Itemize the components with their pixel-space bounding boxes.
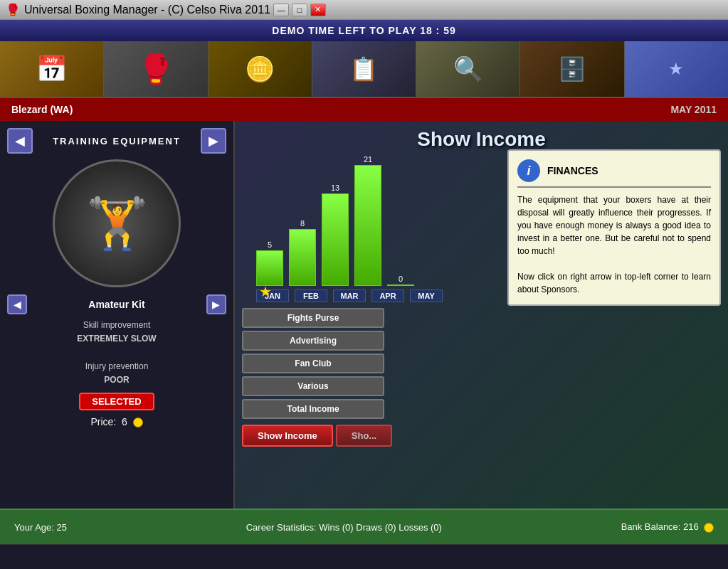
- month-feb: FEB: [295, 289, 327, 302]
- bar-jan-bar: [256, 250, 283, 286]
- info-header: i FINANCES: [517, 159, 711, 188]
- equipment-nav: ◀ TRAINING EQUIPMENT ▶: [7, 128, 226, 154]
- info-title: FINANCES: [547, 165, 598, 176]
- bar-mar-bar: [322, 193, 349, 286]
- title-text: Universal Boxing Manager - (C) Celso Riv…: [24, 4, 270, 16]
- item-nav: ◀ Amateur Kit ▶: [7, 294, 226, 314]
- bottom-bar: [0, 544, 728, 569]
- nav-cell-gold[interactable]: 🪙: [209, 41, 312, 97]
- month-mar: MAR: [333, 289, 366, 302]
- bar-apr-value: 21: [364, 155, 372, 164]
- title-bar: 🥊 Universal Boxing Manager - (C) Celso R…: [0, 0, 728, 20]
- various-btn[interactable]: Various: [242, 376, 384, 396]
- equipment-next-arrow[interactable]: ▶: [201, 128, 226, 154]
- nav-cell-calendar[interactable]: 📅: [0, 41, 104, 97]
- bar-mar: 13: [322, 184, 349, 286]
- advertising-btn[interactable]: Advertising: [242, 331, 384, 351]
- equipment-emoji: 🏋️: [86, 194, 148, 252]
- info-body: The equipment that your boxers have at t…: [517, 193, 711, 296]
- nav-cell-search[interactable]: 🔍: [416, 41, 520, 97]
- status-bar: Your Age: 25 Career Statistics: Wins (0)…: [0, 509, 728, 544]
- fights-purse-btn[interactable]: Fights Purse: [242, 308, 384, 328]
- equipment-title: TRAINING EQUIPMENT: [53, 136, 181, 147]
- location-name: Blezard (WA): [11, 104, 73, 115]
- total-income-btn[interactable]: Total Income: [242, 399, 384, 419]
- bar-apr: 21: [354, 155, 381, 286]
- income-buttons: Fights Purse Advertising Fan Club Variou…: [242, 308, 399, 419]
- equipment-prev-arrow[interactable]: ◀: [7, 128, 33, 154]
- injury-rating: POOR: [104, 375, 129, 385]
- nav-row: 📅 🥊 🪙 📋 🔍 🗄️ ★: [0, 41, 728, 98]
- injury-prevention-label: Injury prevention: [85, 361, 149, 371]
- pointer-jan-icon: ★: [259, 283, 272, 300]
- price-row: Price: 6: [7, 416, 226, 427]
- bar-mar-value: 13: [331, 184, 339, 192]
- location-bar: Blezard (WA) MAY 2011: [0, 98, 728, 121]
- month-apr: APR: [371, 289, 404, 302]
- bank-coin-icon: [704, 523, 714, 533]
- bar-may: 0: [387, 275, 414, 286]
- bar-may-bar: [387, 284, 414, 286]
- nav-cell-cabinet[interactable]: 🗄️: [520, 41, 624, 97]
- demo-text: DEMO TIME LEFT TO PLAY 18 : 59: [272, 25, 455, 36]
- price-value: 6: [122, 416, 127, 427]
- price-label: Price:: [90, 416, 116, 427]
- item-prev-arrow[interactable]: ◀: [7, 294, 27, 314]
- left-panel: ◀ TRAINING EQUIPMENT ▶ 🏋️ ◀ Amateur Kit …: [0, 121, 235, 509]
- bar-feb-value: 8: [300, 219, 305, 228]
- right-panel: Show Income 5 ★ 8 13 21: [235, 121, 728, 509]
- info-icon: i: [517, 159, 540, 182]
- skill-improvement-label: Skill improvement: [83, 320, 151, 330]
- fan-club-btn[interactable]: Fan Club: [242, 353, 384, 373]
- minimize-button[interactable]: —: [273, 4, 289, 16]
- maximize-button[interactable]: □: [292, 4, 307, 16]
- month-may: MAY: [410, 289, 443, 302]
- age-label: Your Age: 25: [14, 522, 67, 533]
- chart-title: Show Income: [242, 128, 721, 151]
- bar-jan-value: 5: [268, 240, 272, 249]
- item-next-arrow[interactable]: ▶: [206, 294, 226, 314]
- demo-bar: DEMO TIME LEFT TO PLAY 18 : 59: [0, 20, 728, 41]
- main-content: ◀ TRAINING EQUIPMENT ▶ 🏋️ ◀ Amateur Kit …: [0, 121, 728, 509]
- show-income-btn[interactable]: Show Income: [242, 425, 333, 447]
- bank-balance-text: Bank Balance: 216: [621, 521, 699, 532]
- nav-cell-document[interactable]: 📋: [312, 41, 416, 97]
- nav-cell-boxer[interactable]: 🥊: [104, 41, 208, 97]
- item-name: Amateur Kit: [88, 299, 144, 310]
- title-icon: 🥊: [6, 3, 20, 16]
- bar-apr-bar: [354, 165, 381, 286]
- bottom-buttons: Show Income Sho...: [242, 425, 721, 447]
- bar-feb-bar: [289, 229, 316, 286]
- close-button[interactable]: ✕: [310, 4, 326, 16]
- location-date: MAY 2011: [670, 104, 717, 115]
- info-overlay: i FINANCES The equipment that your boxer…: [507, 149, 721, 306]
- item-stats: Skill improvement EXTREMELY SLOW Injury …: [7, 319, 226, 387]
- skill-rating: EXTREMELY SLOW: [77, 334, 156, 344]
- selected-badge: SELECTED: [79, 393, 154, 410]
- equipment-image: 🏋️: [53, 159, 181, 287]
- bar-may-value: 0: [399, 275, 403, 283]
- bar-feb: 8: [289, 219, 316, 286]
- career-stats: Career Statistics: Wins (0) Draws (0) Lo…: [246, 522, 442, 533]
- bar-jan: 5 ★: [256, 240, 283, 286]
- bank-balance: Bank Balance: 216: [621, 521, 714, 533]
- price-coin-icon: [133, 418, 143, 427]
- selected-label: SELECTED: [92, 396, 141, 407]
- nav-cell-highlight[interactable]: ★: [625, 41, 728, 97]
- show-expenses-btn[interactable]: Sho...: [336, 425, 392, 447]
